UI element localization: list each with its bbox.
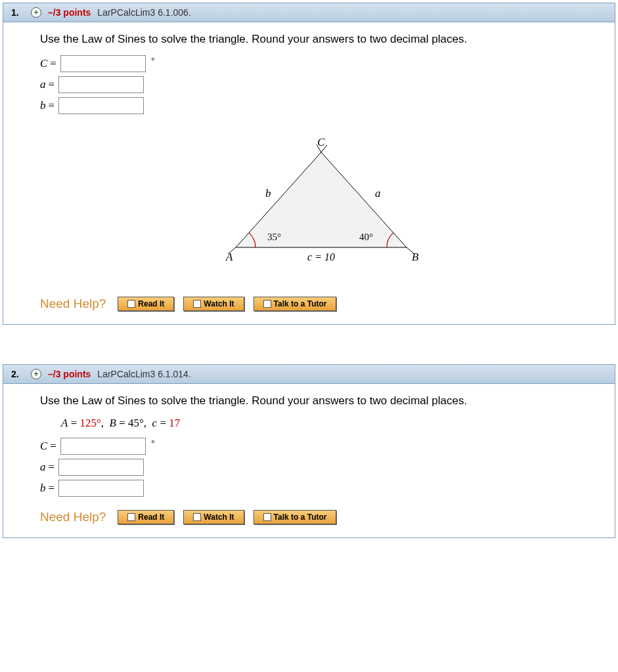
side-b-label: b [265,187,271,200]
vertex-C-label: C [317,136,325,148]
input-b[interactable] [58,480,144,497]
help-row: Need Help? Read It Watch It Talk to a Tu… [40,510,602,524]
angle-A-label: 35° [267,232,281,242]
book-icon [127,513,135,521]
question-header: 1. + –/3 points LarPCalcLim3 6.1.006. [3,3,615,22]
vertex-B-label: B [412,251,419,263]
video-icon [193,513,201,521]
var-a: a [40,78,46,91]
var-C: C [40,57,47,70]
video-icon [193,300,201,308]
answer-row-b: b = [40,480,602,497]
question-header: 2. + –/3 points LarPCalcLim3 6.1.014. [3,365,615,384]
watch-it-button[interactable]: Watch It [183,510,244,524]
side-c-label: c = 10 [307,251,335,262]
need-help-label: Need Help? [40,297,106,311]
svg-marker-0 [236,152,407,247]
var-b: b [40,99,46,112]
expand-icon[interactable]: + [31,369,41,379]
source-label: LarPCalcLim3 6.1.006. [97,7,190,18]
vertex-A-label: A [225,251,233,263]
given-values: A = 125°, B = 45°, c = 17 [61,417,602,430]
source-label: LarPCalcLim3 6.1.014. [97,369,190,379]
answer-row-a: a = [40,76,602,93]
degree-symbol: ° [151,56,155,66]
input-a[interactable] [58,76,144,93]
need-help-label: Need Help? [40,510,106,524]
input-C[interactable] [60,438,146,455]
talk-tutor-button[interactable]: Talk to a Tutor [254,297,337,311]
question-number: 1. [11,7,24,18]
angle-B-label: 40° [359,232,373,242]
var-a: a [40,461,46,474]
input-C[interactable] [60,55,146,72]
equals: = [49,78,55,91]
answer-row-C: C = ° [40,55,602,72]
talk-tutor-button[interactable]: Talk to a Tutor [254,510,337,524]
equals: = [49,99,55,112]
question-number: 2. [11,369,24,379]
chat-icon [263,300,271,308]
chat-icon [263,513,271,521]
answer-row-a: a = [40,459,602,476]
expand-icon[interactable]: + [31,7,41,18]
side-a-label: a [375,187,381,200]
points-label: –/3 points [48,369,91,379]
input-a[interactable] [58,459,144,476]
read-it-button[interactable]: Read It [118,297,174,311]
var-b: b [40,482,46,495]
question-1: 1. + –/3 points LarPCalcLim3 6.1.006. Us… [3,3,615,325]
degree-symbol: ° [151,438,155,449]
triangle-figure: C A B b a c = 10 35° 40° [40,133,602,270]
answer-row-C: C = ° [40,438,602,455]
question-body: Use the Law of Sines to solve the triang… [3,22,615,324]
equals: = [49,482,55,495]
help-row: Need Help? Read It Watch It Talk to a Tu… [40,297,602,311]
book-icon [127,300,135,308]
equals: = [49,461,55,474]
question-body: Use the Law of Sines to solve the triang… [3,384,615,537]
question-2: 2. + –/3 points LarPCalcLim3 6.1.014. Us… [3,364,615,538]
watch-it-button[interactable]: Watch It [183,297,244,311]
points-label: –/3 points [48,7,91,18]
read-it-button[interactable]: Read It [118,510,174,524]
question-prompt: Use the Law of Sines to solve the triang… [40,33,602,46]
var-C: C [40,440,47,453]
answer-row-b: b = [40,97,602,114]
triangle-svg: C A B b a c = 10 35° 40° [190,133,452,270]
equals: = [50,57,56,70]
equals: = [50,440,56,453]
input-b[interactable] [58,97,144,114]
question-prompt: Use the Law of Sines to solve the triang… [40,394,602,408]
